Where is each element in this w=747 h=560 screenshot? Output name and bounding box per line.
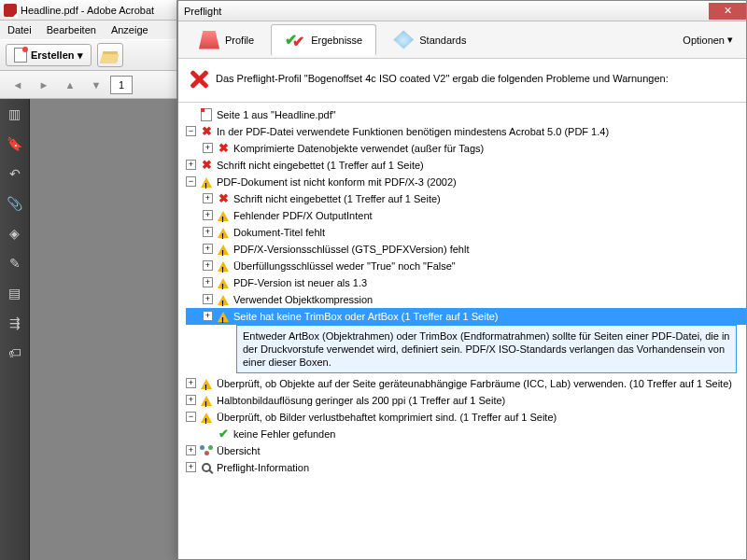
expand-toggle[interactable]: +: [203, 311, 213, 321]
undo-icon[interactable]: ↶: [6, 164, 24, 183]
tree-row[interactable]: +✖Schrift nicht eingebettet (1 Treffer a…: [186, 157, 746, 174]
tab-standards[interactable]: Standards: [380, 25, 479, 55]
destinations-panel-icon[interactable]: ⇶: [6, 314, 24, 332]
tree-label: Schrift nicht eingebettet (1 Treffer auf…: [233, 191, 746, 206]
options-label: Optionen: [683, 35, 725, 46]
main-title: Headline.pdf - Adobe Acrobat: [21, 5, 154, 16]
tree-row[interactable]: +Dokument-Titel fehlt: [186, 224, 746, 241]
pages-panel-icon[interactable]: ▥: [6, 105, 24, 123]
menu-view[interactable]: Anzeige: [107, 22, 152, 37]
overview-icon: [200, 444, 213, 457]
tree-row-selected[interactable]: +Seite hat keine TrimBox oder ArtBox (1 …: [186, 308, 746, 325]
collapse-toggle[interactable]: −: [186, 412, 196, 422]
tree-row[interactable]: +Überprüft, ob Objekte auf der Seite ger…: [186, 375, 746, 392]
tree-row[interactable]: +Verwendet Objektkompression: [186, 291, 746, 308]
tree-label: Dokument-Titel fehlt: [233, 225, 746, 240]
warning-icon: [217, 259, 230, 273]
preflight-tabs: Profile Ergebnisse Standards Optionen ▾: [178, 21, 746, 59]
tree-label: Seite hat keine TrimBox oder ArtBox (1 T…: [233, 309, 746, 324]
nav-prev-button[interactable]: ◄: [6, 75, 30, 95]
collapse-toggle[interactable]: −: [186, 176, 196, 187]
error-icon: ✖: [200, 159, 213, 172]
signatures-panel-icon[interactable]: ✎: [6, 254, 24, 273]
expand-toggle[interactable]: +: [203, 244, 213, 254]
warning-icon: [217, 293, 230, 306]
error-icon: ✖: [217, 142, 230, 155]
main-titlebar: Headline.pdf - Adobe Acrobat: [0, 0, 176, 21]
ok-icon: ✔: [217, 427, 230, 441]
tree-row[interactable]: −Überprüft, ob Bilder verlustbehaftet ko…: [186, 409, 746, 426]
articles-panel-icon[interactable]: ▤: [6, 284, 24, 302]
tab-results[interactable]: Ergebnisse: [271, 24, 376, 56]
expand-toggle[interactable]: +: [186, 395, 196, 405]
layers-panel-icon[interactable]: ◈: [6, 224, 24, 243]
tree-label: In der PDF-Datei verwendete Funktionen b…: [217, 124, 746, 139]
tree-label: keine Fehler gefunden: [233, 427, 746, 441]
nav-next-button[interactable]: ►: [32, 75, 56, 95]
menu-edit[interactable]: Bearbeiten: [43, 22, 100, 37]
chevron-down-icon: ▾: [78, 49, 83, 62]
menu-file[interactable]: Datei: [4, 22, 35, 37]
tab-results-label: Ergebnisse: [311, 35, 362, 46]
bookmarks-panel-icon[interactable]: 🔖: [6, 134, 24, 153]
options-menu[interactable]: Optionen ▾: [677, 30, 739, 49]
warning-icon: [200, 394, 213, 407]
tree-row[interactable]: ✔keine Fehler gefunden: [186, 426, 746, 442]
tree-row[interactable]: +✖Komprimierte Datenobjekte verwendet (a…: [186, 140, 746, 157]
nav-toolbar: ◄ ► ▲ ▼: [0, 71, 176, 99]
error-icon: ✖: [217, 192, 230, 205]
expand-toggle[interactable]: +: [203, 277, 213, 287]
tab-profile[interactable]: Profile: [186, 25, 267, 55]
tree-row[interactable]: Seite 1 aus "Headline.pdf": [186, 106, 746, 123]
expand-toggle[interactable]: +: [186, 160, 196, 170]
tree-row[interactable]: +Übersicht: [186, 442, 746, 459]
tree-row[interactable]: −PDF-Dokument ist nicht konform mit PDF/…: [186, 174, 746, 190]
tree-row[interactable]: +Überfüllungsschlüssel weder "True" noch…: [186, 258, 746, 274]
expand-toggle[interactable]: +: [186, 445, 196, 455]
collapse-toggle[interactable]: −: [186, 126, 196, 136]
tree-label: Komprimierte Datenobjekte verwendet (auß…: [233, 141, 746, 156]
expand-toggle[interactable]: +: [186, 462, 196, 472]
tree-label: Schrift nicht eingebettet (1 Treffer auf…: [217, 158, 746, 173]
expand-toggle[interactable]: +: [186, 378, 196, 388]
tab-standards-label: Standards: [419, 35, 466, 46]
expand-toggle[interactable]: +: [203, 193, 213, 203]
nav-down-button[interactable]: ▼: [84, 75, 108, 95]
document-view-area[interactable]: [30, 99, 177, 560]
tree-row[interactable]: +Preflight-Information: [186, 459, 746, 476]
attachments-panel-icon[interactable]: 📎: [6, 194, 24, 213]
tree-row[interactable]: +Halbtonbildauflösung geringer als 200 p…: [186, 392, 746, 409]
tree-label: Seite 1 aus "Headline.pdf": [217, 107, 746, 122]
tree-row[interactable]: +PDF/X-Versionsschlüssel (GTS_PDFXVersio…: [186, 241, 746, 258]
close-button[interactable]: ✕: [709, 3, 746, 20]
expand-toggle[interactable]: +: [203, 143, 213, 153]
results-tree[interactable]: Seite 1 aus "Headline.pdf" −✖In der PDF-…: [178, 103, 746, 545]
warning-icon: [200, 175, 213, 189]
create-button[interactable]: Erstellen ▾: [6, 44, 92, 66]
tree-row[interactable]: +Fehlender PDF/X OutputIntent: [186, 207, 746, 224]
standards-icon: [393, 31, 414, 49]
error-icon: [188, 68, 208, 89]
tree-row[interactable]: −✖In der PDF-Datei verwendete Funktionen…: [186, 123, 746, 140]
magnifier-icon: [200, 461, 213, 474]
expand-toggle[interactable]: +: [203, 260, 213, 271]
warning-icon: [217, 209, 230, 222]
page-number-input[interactable]: [110, 76, 133, 94]
results-icon: [285, 31, 305, 49]
error-icon: ✖: [200, 125, 213, 138]
expand-toggle[interactable]: +: [203, 227, 213, 237]
expand-toggle[interactable]: +: [203, 210, 213, 220]
warning-icon: [217, 243, 230, 256]
tree-row[interactable]: +PDF-Version ist neuer als 1.3: [186, 274, 746, 291]
expand-toggle[interactable]: +: [203, 294, 213, 304]
nav-up-button[interactable]: ▲: [58, 75, 82, 95]
tree-label: Halbtonbildauflösung geringer als 200 pp…: [217, 393, 746, 408]
tags-panel-icon[interactable]: 🏷: [6, 343, 24, 362]
tree-label: Preflight-Information: [217, 460, 746, 475]
open-file-button[interactable]: [97, 43, 123, 67]
tree-row[interactable]: +✖Schrift nicht eingebettet (1 Treffer a…: [186, 190, 746, 207]
side-tool-rail: ▥ 🔖 ↶ 📎 ◈ ✎ ▤ ⇶ 🏷: [0, 99, 30, 560]
tree-label: Fehlender PDF/X OutputIntent: [233, 208, 746, 223]
profile-icon: [199, 31, 219, 49]
warning-icon: [200, 377, 213, 390]
